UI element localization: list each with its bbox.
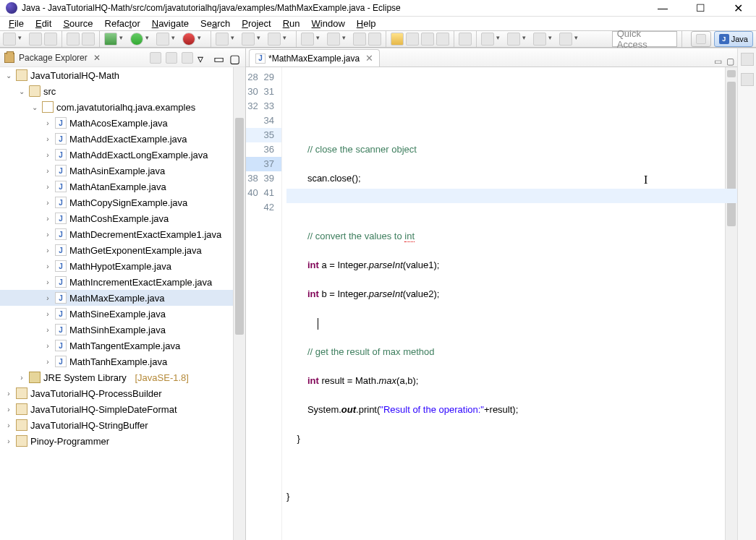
new-package-button[interactable] [216,33,229,46]
focus-icon[interactable] [182,52,193,64]
file-node[interactable]: ›MathIncrementExactExample.java [0,274,245,290]
java-file-icon [55,308,67,320]
external-tools-button[interactable] [182,33,195,46]
minimize-view-icon[interactable]: ▭ [213,52,225,64]
task-list-icon[interactable] [741,73,754,86]
tree-vertical-scrollbar[interactable] [233,67,245,540]
menu-help[interactable]: Help [352,17,381,30]
project-node[interactable]: ›JavaTutorialHQ-SimpleDateFormat [0,401,245,417]
file-label: MathCopySignExample.java [69,197,187,208]
pin-button[interactable] [459,33,472,46]
editor-tab[interactable]: *MathMaxExample.java ✕ [249,49,380,67]
folder-label: src [43,86,56,97]
src-folder-node[interactable]: ⌄src [0,83,245,99]
file-node[interactable]: ›MathAddExactExample.java [0,131,245,147]
project-node[interactable]: ›JavaTutorialHQ-ProcessBuilder [0,385,245,401]
quick-access-input[interactable]: Quick Access [612,31,677,47]
file-node[interactable]: ›MathTanhExample.java [0,353,245,369]
menu-source[interactable]: Source [59,17,97,30]
menu-window[interactable]: Window [307,17,349,30]
package-explorer-tree[interactable]: ⌄JavaTutorialHQ-Math ⌄src ⌄com.javatutor… [0,67,245,540]
menu-navigate[interactable]: Navigate [148,17,193,30]
package-explorer-title: Package Explorer [19,53,88,63]
package-icon [42,101,54,113]
toolbar-button[interactable] [421,33,434,46]
file-node[interactable]: ›MathDecrementExactExample1.java [0,226,245,242]
run-button[interactable] [130,33,143,46]
view-menu-icon[interactable]: ▿ [198,52,209,64]
toolbar-button[interactable] [82,33,95,46]
new-button[interactable] [3,33,16,46]
toolbar-button[interactable] [559,33,572,46]
file-node[interactable]: ›MathAddExactLongExample.java [0,147,245,163]
project-node[interactable]: ›Pinoy-Programmer [0,433,245,449]
main-toolbar: Quick Access JJava [0,31,756,48]
toolbar-button[interactable] [67,33,80,46]
link-editor-icon[interactable] [166,52,177,64]
java-file-icon [55,228,67,240]
java-file-icon [55,181,67,192]
minimize-editor-icon[interactable]: ▭ [714,56,722,67]
file-node[interactable]: ›MathTangentExample.java [0,338,245,353]
file-node[interactable]: ›MathSinhExample.java [0,322,245,338]
file-label: MathTanhExample.java [69,356,167,367]
file-node[interactable]: ›MathHypotExample.java [0,258,245,274]
maximize-button[interactable]: ☐ [688,0,713,16]
toolbar-button[interactable] [368,33,381,46]
java-perspective-button[interactable]: JJava [714,31,753,47]
close-button[interactable]: ✕ [726,0,750,16]
editor-tab-close-icon[interactable]: ✕ [365,53,373,64]
maximize-view-icon[interactable]: ▢ [229,52,241,64]
view-close-icon[interactable]: ✕ [93,53,101,63]
minimize-button[interactable]: — [650,0,675,16]
new-type-button[interactable] [268,33,281,46]
save-all-button[interactable] [44,33,57,46]
back-button[interactable] [481,33,494,46]
project-label: JavaTutorialHQ-Math [30,70,119,81]
package-node[interactable]: ⌄com.javatutorialhq.java.examples [0,99,245,115]
code-content[interactable]: // close the scanner object scan.close()… [282,67,737,540]
file-node[interactable]: ›MathAtanExample.java [0,179,245,194]
open-type-button[interactable] [301,33,314,46]
toggle-mark-button[interactable] [391,33,404,46]
save-button[interactable] [29,33,42,46]
file-node[interactable]: ›MathCoshExample.java [0,210,245,226]
code-editor[interactable]: 28 29 30 31 32 33 34 35 36 37 38 39 40 4… [246,67,737,540]
jre-library-node[interactable]: ›JRE System Library [JavaSE-1.8] [0,369,245,385]
menu-refactor[interactable]: Refactor [101,17,145,30]
toolbar-button[interactable] [533,33,546,46]
maximize-editor-icon[interactable]: ▢ [726,56,734,67]
outline-view-icon[interactable] [741,53,754,66]
file-node[interactable]: ›MathSineExample.java [0,306,245,322]
editor-tabs: *MathMaxExample.java ✕ ▭ ▢ [246,48,737,67]
toolbar-button[interactable] [406,33,419,46]
collapse-all-icon[interactable] [150,52,161,64]
text-cursor [318,318,318,330]
java-file-icon [55,260,67,272]
file-node[interactable]: ›MathAsinExample.java [0,163,245,179]
menu-file[interactable]: File [4,17,28,30]
file-label: MathTangentExample.java [69,340,180,351]
toolbar-button[interactable] [436,33,449,46]
menu-run[interactable]: Run [279,17,305,30]
new-class-button[interactable] [242,33,255,46]
coverage-button[interactable] [156,33,169,46]
java-file-icon [55,213,67,224]
toolbar-button[interactable] [353,33,366,46]
search-button[interactable] [327,33,340,46]
menu-search[interactable]: Search [196,17,234,30]
open-perspective-button[interactable] [691,31,711,47]
menu-project[interactable]: Project [237,17,275,30]
file-node[interactable]: ›MathAcosExample.java [0,115,245,131]
menu-edit[interactable]: Edit [31,17,56,30]
window-title: Java - JavaTutorialHQ-Math/src/com/javat… [22,3,650,13]
project-node[interactable]: ›JavaTutorialHQ-StringBuffer [0,417,245,433]
project-node[interactable]: ⌄JavaTutorialHQ-Math [0,67,245,83]
debug-button[interactable] [104,33,117,46]
forward-button[interactable] [507,33,520,46]
file-node[interactable]: ›MathCopySignExample.java [0,194,245,210]
file-node-selected[interactable]: ›MathMaxExample.java [0,290,245,306]
file-label: MathAcosExample.java [69,118,168,129]
file-node[interactable]: ›MathGetExponentExample.java [0,242,245,258]
java-file-icon [55,165,67,176]
